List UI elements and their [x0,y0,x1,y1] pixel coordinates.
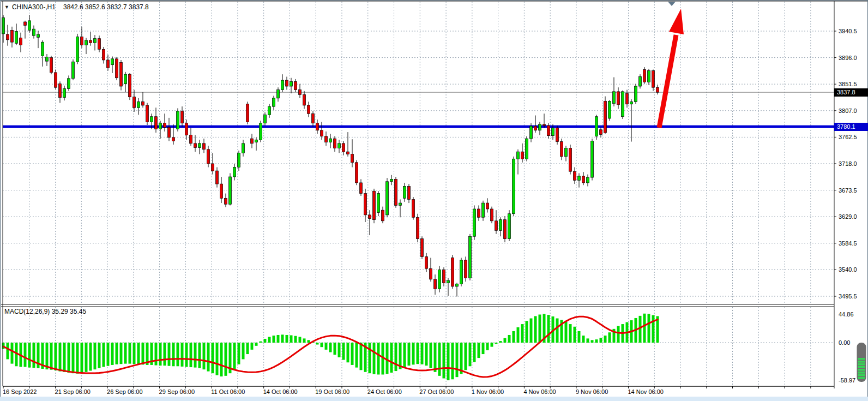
chart-header: ▼CHINA300-,H13842.6 3852.6 3832.7 3837.8 [4,3,149,11]
svg-text:9 Nov 06:00: 9 Nov 06:00 [576,388,608,395]
svg-text:3495.5: 3495.5 [839,293,857,300]
svg-text:3851.5: 3851.5 [839,81,857,87]
svg-text:44.86: 44.86 [839,311,854,318]
support-hline[interactable] [3,125,834,128]
chart-canvas[interactable]: 3940.53896.03851.53807.03762.53718.03673… [0,0,868,401]
ohlc-values: 3842.6 3852.6 3832.7 3837.8 [63,3,149,11]
svg-text:19 Oct 06:00: 19 Oct 06:00 [315,388,349,395]
svg-text:26 Sep 06:00: 26 Sep 06:00 [107,388,142,395]
svg-text:4 Nov 06:00: 4 Nov 06:00 [523,388,556,395]
svg-text:3940.5: 3940.5 [839,28,857,34]
svg-text:0.00: 0.00 [839,339,850,346]
svg-text:-58.97: -58.97 [839,377,855,384]
svg-text:21 Sep 06:00: 21 Sep 06:00 [55,388,91,395]
chart-window: 3940.53896.03851.53807.03762.53718.03673… [0,0,868,401]
scroll-indicator-widget[interactable] [857,343,866,382]
svg-text:3629.0: 3629.0 [839,213,857,220]
svg-text:3718.0: 3718.0 [839,160,857,167]
window-bottom-strip [0,397,868,401]
svg-text:3762.5: 3762.5 [839,134,857,140]
svg-text:3540.0: 3540.0 [839,266,857,273]
svg-text:14 Nov 06:00: 14 Nov 06:00 [628,388,663,395]
collapse-triangle-icon[interactable]: ▼ [4,4,9,10]
svg-text:3896.0: 3896.0 [839,55,857,61]
current-price-tag: 3837.8 [834,88,868,97]
svg-text:3673.5: 3673.5 [839,187,857,194]
svg-text:3584.5: 3584.5 [839,240,857,247]
svg-text:3807.0: 3807.0 [839,107,857,114]
svg-text:16 Sep 2022: 16 Sep 2022 [3,388,37,395]
svg-text:29 Sep 06:00: 29 Sep 06:00 [159,388,195,395]
svg-text:27 Oct 06:00: 27 Oct 06:00 [419,388,454,395]
macd-indicator-label: MACD(12,26,9) 35.29 35.45 [4,308,86,315]
svg-text:1 Nov 06:00: 1 Nov 06:00 [472,388,504,395]
svg-text:11 Oct 06:00: 11 Oct 06:00 [211,388,245,395]
hline-price-tag[interactable]: 3780.1 [834,123,868,131]
svg-text:14 Oct 06:00: 14 Oct 06:00 [263,388,298,395]
symbol-timeframe-label: CHINA300-,H1 [12,3,56,11]
svg-text:24 Oct 06:00: 24 Oct 06:00 [367,388,402,395]
